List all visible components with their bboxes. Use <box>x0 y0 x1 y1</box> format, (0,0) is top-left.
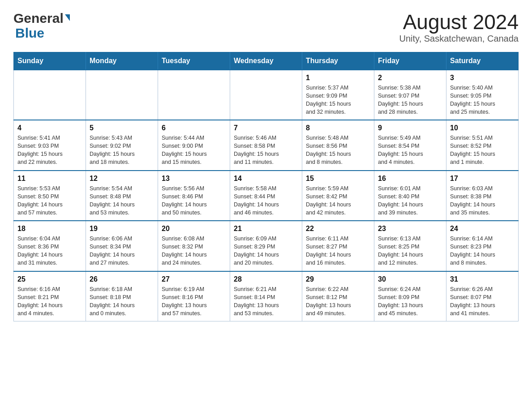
day-cell-16: 16Sunrise: 6:01 AM Sunset: 8:40 PM Dayli… <box>374 171 446 221</box>
day-number: 19 <box>90 225 154 233</box>
month-year-title: August 2024 <box>399 11 519 34</box>
day-number: 20 <box>162 225 226 233</box>
day-cell-23: 23Sunrise: 6:13 AM Sunset: 8:25 PM Dayli… <box>374 221 446 271</box>
day-info: Sunrise: 6:13 AM Sunset: 8:25 PM Dayligh… <box>378 235 442 267</box>
col-header-thursday: Thursday <box>302 52 374 70</box>
day-cell-20: 20Sunrise: 6:08 AM Sunset: 8:32 PM Dayli… <box>158 221 230 271</box>
day-cell-25: 25Sunrise: 6:16 AM Sunset: 8:21 PM Dayli… <box>14 271 86 321</box>
day-info: Sunrise: 6:19 AM Sunset: 8:16 PM Dayligh… <box>162 285 226 318</box>
day-info: Sunrise: 5:44 AM Sunset: 9:00 PM Dayligh… <box>162 134 226 167</box>
day-cell-9: 9Sunrise: 5:49 AM Sunset: 8:54 PM Daylig… <box>374 120 446 171</box>
day-cell-13: 13Sunrise: 5:56 AM Sunset: 8:46 PM Dayli… <box>158 171 230 221</box>
col-header-saturday: Saturday <box>446 52 519 70</box>
week-row-5: 25Sunrise: 6:16 AM Sunset: 8:21 PM Dayli… <box>14 271 519 321</box>
day-info: Sunrise: 6:01 AM Sunset: 8:40 PM Dayligh… <box>378 184 442 217</box>
week-row-1: 1Sunrise: 5:37 AM Sunset: 9:09 PM Daylig… <box>14 70 519 120</box>
week-row-3: 11Sunrise: 5:53 AM Sunset: 8:50 PM Dayli… <box>14 171 519 221</box>
week-row-4: 18Sunrise: 6:04 AM Sunset: 8:36 PM Dayli… <box>14 221 519 271</box>
day-info: Sunrise: 5:37 AM Sunset: 9:09 PM Dayligh… <box>306 84 370 116</box>
day-info: Sunrise: 5:40 AM Sunset: 9:05 PM Dayligh… <box>450 84 515 116</box>
col-header-friday: Friday <box>374 52 446 70</box>
day-number: 27 <box>162 275 226 283</box>
day-cell-12: 12Sunrise: 5:54 AM Sunset: 8:48 PM Dayli… <box>86 171 158 221</box>
logo-blue-text: Blue <box>15 26 44 41</box>
day-number: 9 <box>378 124 442 132</box>
calendar-table: SundayMondayTuesdayWednesdayThursdayFrid… <box>13 52 519 322</box>
day-number: 17 <box>450 175 515 183</box>
day-info: Sunrise: 5:41 AM Sunset: 9:03 PM Dayligh… <box>17 134 82 167</box>
day-cell-27: 27Sunrise: 6:19 AM Sunset: 8:16 PM Dayli… <box>158 271 230 321</box>
week-row-2: 4Sunrise: 5:41 AM Sunset: 9:03 PM Daylig… <box>14 120 519 171</box>
day-number: 16 <box>378 175 442 183</box>
empty-cell <box>14 70 86 120</box>
day-cell-22: 22Sunrise: 6:11 AM Sunset: 8:27 PM Dayli… <box>302 221 374 271</box>
day-info: Sunrise: 6:11 AM Sunset: 8:27 PM Dayligh… <box>306 235 370 267</box>
logo: General Blue <box>13 11 70 41</box>
day-cell-28: 28Sunrise: 6:21 AM Sunset: 8:14 PM Dayli… <box>230 271 302 321</box>
logo-triangle-icon <box>65 14 70 21</box>
day-info: Sunrise: 5:48 AM Sunset: 8:56 PM Dayligh… <box>306 134 370 167</box>
day-info: Sunrise: 6:06 AM Sunset: 8:34 PM Dayligh… <box>90 235 154 267</box>
col-header-sunday: Sunday <box>14 52 86 70</box>
day-info: Sunrise: 5:59 AM Sunset: 8:42 PM Dayligh… <box>306 184 370 217</box>
day-cell-19: 19Sunrise: 6:06 AM Sunset: 8:34 PM Dayli… <box>86 221 158 271</box>
page-header: General Blue August 2024 Unity, Saskatch… <box>13 11 519 44</box>
logo-text: General <box>13 11 70 26</box>
day-cell-2: 2Sunrise: 5:38 AM Sunset: 9:07 PM Daylig… <box>374 70 446 120</box>
day-number: 11 <box>17 175 82 183</box>
day-cell-24: 24Sunrise: 6:14 AM Sunset: 8:23 PM Dayli… <box>446 221 519 271</box>
day-info: Sunrise: 6:22 AM Sunset: 8:12 PM Dayligh… <box>306 285 370 318</box>
day-info: Sunrise: 5:43 AM Sunset: 9:02 PM Dayligh… <box>90 134 154 167</box>
day-number: 26 <box>90 275 154 283</box>
day-info: Sunrise: 5:49 AM Sunset: 8:54 PM Dayligh… <box>378 134 442 167</box>
day-cell-26: 26Sunrise: 6:18 AM Sunset: 8:18 PM Dayli… <box>86 271 158 321</box>
day-number: 7 <box>234 124 298 132</box>
day-info: Sunrise: 6:24 AM Sunset: 8:09 PM Dayligh… <box>378 285 442 318</box>
logo-general: General <box>13 11 64 26</box>
day-info: Sunrise: 6:08 AM Sunset: 8:32 PM Dayligh… <box>162 235 226 267</box>
day-info: Sunrise: 5:53 AM Sunset: 8:50 PM Dayligh… <box>17 184 82 217</box>
day-info: Sunrise: 6:26 AM Sunset: 8:07 PM Dayligh… <box>450 285 515 318</box>
day-info: Sunrise: 5:58 AM Sunset: 8:44 PM Dayligh… <box>234 184 298 217</box>
day-info: Sunrise: 6:16 AM Sunset: 8:21 PM Dayligh… <box>17 285 82 318</box>
empty-cell <box>158 70 230 120</box>
day-info: Sunrise: 5:46 AM Sunset: 8:58 PM Dayligh… <box>234 134 298 167</box>
day-cell-8: 8Sunrise: 5:48 AM Sunset: 8:56 PM Daylig… <box>302 120 374 171</box>
day-number: 12 <box>90 175 154 183</box>
day-cell-18: 18Sunrise: 6:04 AM Sunset: 8:36 PM Dayli… <box>14 221 86 271</box>
day-info: Sunrise: 6:21 AM Sunset: 8:14 PM Dayligh… <box>234 285 298 318</box>
day-cell-11: 11Sunrise: 5:53 AM Sunset: 8:50 PM Dayli… <box>14 171 86 221</box>
day-cell-1: 1Sunrise: 5:37 AM Sunset: 9:09 PM Daylig… <box>302 70 374 120</box>
day-cell-6: 6Sunrise: 5:44 AM Sunset: 9:00 PM Daylig… <box>158 120 230 171</box>
day-cell-3: 3Sunrise: 5:40 AM Sunset: 9:05 PM Daylig… <box>446 70 519 120</box>
day-number: 8 <box>306 124 370 132</box>
day-number: 4 <box>17 124 82 132</box>
day-cell-30: 30Sunrise: 6:24 AM Sunset: 8:09 PM Dayli… <box>374 271 446 321</box>
day-number: 25 <box>17 275 82 283</box>
day-cell-4: 4Sunrise: 5:41 AM Sunset: 9:03 PM Daylig… <box>14 120 86 171</box>
day-number: 29 <box>306 275 370 283</box>
day-info: Sunrise: 5:56 AM Sunset: 8:46 PM Dayligh… <box>162 184 226 217</box>
day-number: 24 <box>450 225 515 233</box>
day-number: 10 <box>450 124 515 132</box>
day-cell-29: 29Sunrise: 6:22 AM Sunset: 8:12 PM Dayli… <box>302 271 374 321</box>
day-number: 21 <box>234 225 298 233</box>
day-number: 15 <box>306 175 370 183</box>
day-cell-15: 15Sunrise: 5:59 AM Sunset: 8:42 PM Dayli… <box>302 171 374 221</box>
day-number: 3 <box>450 74 515 82</box>
day-number: 23 <box>378 225 442 233</box>
day-info: Sunrise: 6:14 AM Sunset: 8:23 PM Dayligh… <box>450 235 515 267</box>
day-number: 6 <box>162 124 226 132</box>
day-number: 30 <box>378 275 442 283</box>
col-header-monday: Monday <box>86 52 158 70</box>
col-header-tuesday: Tuesday <box>158 52 230 70</box>
empty-cell <box>86 70 158 120</box>
day-cell-31: 31Sunrise: 6:26 AM Sunset: 8:07 PM Dayli… <box>446 271 519 321</box>
day-number: 14 <box>234 175 298 183</box>
day-number: 31 <box>450 275 515 283</box>
day-cell-21: 21Sunrise: 6:09 AM Sunset: 8:29 PM Dayli… <box>230 221 302 271</box>
day-number: 13 <box>162 175 226 183</box>
day-number: 28 <box>234 275 298 283</box>
day-cell-14: 14Sunrise: 5:58 AM Sunset: 8:44 PM Dayli… <box>230 171 302 221</box>
day-info: Sunrise: 6:03 AM Sunset: 8:38 PM Dayligh… <box>450 184 515 217</box>
